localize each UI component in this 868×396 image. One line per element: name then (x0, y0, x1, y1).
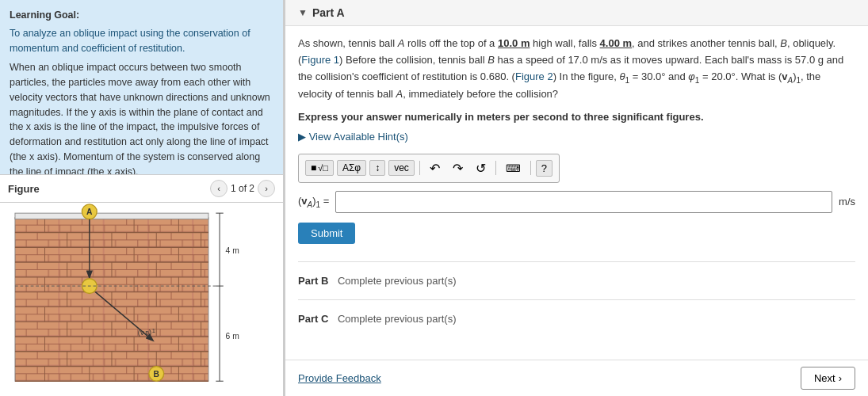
toolbar-keyboard-btn[interactable]: ⌨ (501, 161, 526, 176)
toolbar-matrix-btn[interactable]: ■√□ (305, 160, 334, 176)
svg-text:4 m: 4 m (226, 246, 239, 255)
toolbar-help-btn[interactable]: ? (536, 160, 553, 177)
toolbar-symbol-btn[interactable]: ΑΣφ (337, 160, 366, 176)
problem-text: As shown, tennis ball A rolls off the to… (298, 36, 855, 103)
toolbar-arrow-btn[interactable]: ↕ (369, 160, 385, 176)
learning-goal-title: Learning Goal: (10, 8, 273, 23)
svg-text:A: A (86, 208, 93, 216)
left-panel: Learning Goal: To analyze an oblique imp… (0, 0, 285, 396)
answer-row: (vA)1 = m/s (298, 191, 855, 213)
svg-text:): ) (149, 329, 151, 337)
svg-text:(v: (v (138, 329, 144, 337)
figure-nav-text: 1 of 2 (231, 183, 254, 194)
figure2-link[interactable]: Figure 2 (515, 70, 553, 82)
toolbar-separator2 (495, 161, 496, 175)
divider-2 (298, 299, 855, 300)
part-c-label: Part C (298, 313, 328, 325)
divider-1 (298, 261, 855, 262)
toolbar-undo-btn[interactable]: ↶ (425, 159, 445, 177)
part-a-title: Part A (312, 6, 345, 19)
figure1-link[interactable]: Figure 1 (301, 54, 339, 66)
figure-svg: A (v B ) 1 B 4 m 6 m (0, 203, 283, 396)
answer-input[interactable] (335, 191, 832, 213)
svg-text:B: B (154, 370, 159, 379)
answer-label: (vA)1 = (298, 195, 329, 209)
problem-content: As shown, tennis ball A rolls off the to… (285, 26, 868, 360)
figure-header: Figure ‹ 1 of 2 › (0, 174, 283, 203)
toolbar-redo-btn[interactable]: ↷ (448, 159, 468, 177)
toolbar-reset-btn[interactable]: ↺ (471, 159, 491, 177)
part-b-text: Complete previous part(s) (338, 275, 457, 287)
learning-goal-line2: When an oblique impact occurs between tw… (10, 60, 273, 174)
part-b-label: Part B (298, 275, 328, 287)
answer-unit: m/s (839, 196, 855, 208)
toolbar-vec-btn[interactable]: vec (388, 160, 415, 176)
part-b-row: Part B Complete previous part(s) (298, 268, 855, 293)
feedback-link[interactable]: Provide Feedback (298, 372, 381, 384)
part-a-header: ▼ Part A (285, 0, 868, 26)
part-arrow-icon: ▼ (298, 7, 308, 18)
right-panel: ▼ Part A As shown, tennis ball A rolls o… (285, 0, 868, 396)
hint-link[interactable]: View Available Hint(s) (298, 131, 855, 143)
next-chevron-icon: › (839, 372, 842, 384)
next-button[interactable]: Next › (801, 367, 855, 390)
learning-goal-box: Learning Goal: To analyze an oblique imp… (0, 0, 283, 174)
figure-next-button[interactable]: › (258, 180, 275, 197)
bottom-bar: Provide Feedback Next › (285, 360, 868, 396)
submit-button[interactable]: Submit (298, 223, 355, 244)
svg-text:6 m: 6 m (226, 332, 239, 341)
figure-nav: ‹ 1 of 2 › (210, 180, 275, 197)
figure-title: Figure (8, 183, 40, 195)
part-c-text: Complete previous part(s) (338, 313, 457, 325)
express-answer-text: Express your answer numerically in meter… (298, 111, 855, 123)
learning-goal-line1: To analyze an oblique impact using the c… (10, 26, 273, 56)
part-c-row: Part C Complete previous part(s) (298, 307, 855, 331)
toolbar-separator (419, 161, 420, 175)
toolbar-separator3 (530, 161, 531, 175)
figure-prev-button[interactable]: ‹ (210, 180, 228, 197)
figure-area: A (v B ) 1 B 4 m 6 m (0, 203, 283, 396)
svg-text:1: 1 (152, 327, 155, 334)
svg-rect-69 (15, 213, 208, 219)
